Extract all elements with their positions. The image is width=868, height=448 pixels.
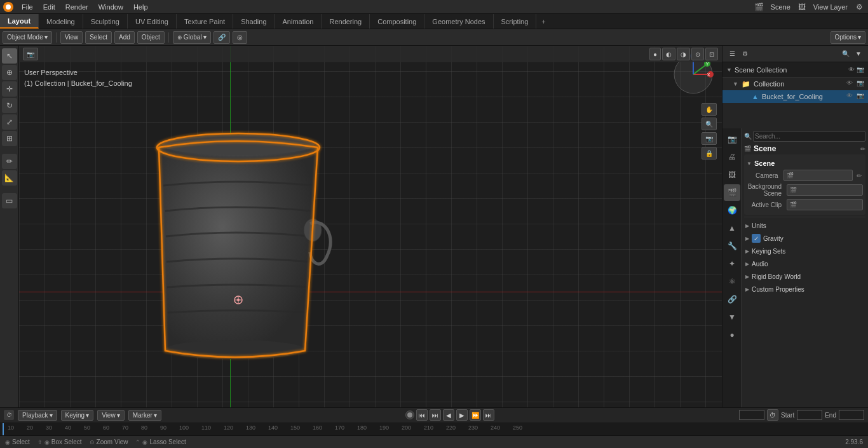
play-reverse-btn[interactable]: ◀ [443, 409, 454, 421]
jump-start-btn[interactable]: ⏮ [416, 409, 428, 421]
object-eye-icon[interactable]: 👁 [846, 92, 855, 101]
tab-sculpting[interactable]: Sculpting [83, 14, 128, 29]
record-btn[interactable] [405, 411, 414, 419]
render-visibility-icon[interactable]: 📷 [857, 66, 864, 73]
object-menu[interactable]: Object [137, 31, 165, 44]
background-scene-value[interactable]: 🎬 [787, 184, 863, 196]
tab-geometry-nodes[interactable]: Geometry Nodes [424, 14, 493, 29]
camera-edit-btn[interactable]: ✏ [855, 172, 863, 179]
prop-view-layer-btn[interactable]: 🖼 [724, 166, 740, 183]
prop-data-btn[interactable]: ▼ [724, 309, 740, 325]
rigid-body-collapsible[interactable]: ▶ Rigid Body World [744, 270, 865, 283]
view-lock-btn[interactable]: 🔒 [702, 147, 717, 160]
options-button[interactable]: Options ▾ [831, 31, 865, 44]
playback-btn[interactable]: Playback ▾ [18, 410, 57, 421]
menu-file[interactable]: File [17, 2, 38, 12]
keying-sets-collapsible[interactable]: ▶ Keying Sets [744, 245, 865, 257]
filter-btn[interactable]: ▼ [853, 48, 864, 60]
tab-layout[interactable]: Layout [0, 14, 39, 29]
collection-eye-icon[interactable]: 👁 [846, 79, 855, 88]
scene-selector[interactable]: 🎬 [753, 1, 766, 13]
viewport-gizmo-toggle[interactable]: 📷 [23, 48, 38, 60]
prop-particles-btn[interactable]: ✦ [724, 255, 740, 272]
prop-constraints-btn[interactable]: 🔗 [724, 291, 740, 308]
tool-transform[interactable]: ⊞ [2, 131, 17, 146]
prop-scene-btn[interactable]: 🎬 [724, 184, 740, 201]
tab-animation[interactable]: Animation [275, 14, 322, 29]
tool-move[interactable]: ✛ [2, 81, 17, 97]
add-menu[interactable]: Add [114, 31, 135, 44]
prop-output-btn[interactable]: 🖨 [724, 149, 740, 165]
scene-subsection-title[interactable]: ▼ Scene [747, 157, 863, 168]
scene-collection-triangle[interactable]: ▼ [726, 67, 732, 73]
prop-context-btn[interactable]: ✏ [860, 146, 865, 153]
viewport-3d[interactable]: 📷 ● ◐ ◑ ⊙ ⊡ User Perspective (1) Collect… [19, 46, 722, 407]
tab-texture-paint[interactable]: Texture Paint [177, 14, 233, 29]
prop-search-input[interactable] [753, 131, 865, 142]
units-collapsible[interactable]: ▶ Units [744, 219, 865, 232]
audio-collapsible[interactable]: ▶ Audio [744, 257, 865, 270]
current-frame-input[interactable]: 1 [739, 410, 764, 420]
mode-selector[interactable]: Object Mode ▾ [3, 31, 52, 44]
view-menu[interactable]: View [60, 31, 83, 44]
menu-help[interactable]: Help [128, 2, 153, 12]
proportional-edit[interactable]: ◎ [233, 31, 247, 44]
tool-measure[interactable]: 📐 [2, 170, 17, 186]
prop-render-btn[interactable]: 📷 [724, 131, 740, 147]
prop-modifiers-btn[interactable]: 🔧 [724, 238, 740, 254]
zoom-view-btn[interactable]: 🔍 [702, 118, 717, 130]
marker-btn[interactable]: Marker ▾ [128, 410, 161, 421]
timeline-type-icon[interactable]: ⏱ [4, 410, 14, 420]
tab-modeling[interactable]: Modeling [39, 14, 83, 29]
viewport-shading-rendered[interactable]: ◑ [677, 48, 690, 60]
frame-step-icon[interactable]: ⏱ [767, 409, 778, 421]
tool-rotate[interactable]: ↻ [2, 98, 17, 113]
view-timeline-btn[interactable]: View ▾ [97, 410, 125, 421]
tab-scripting[interactable]: Scripting [494, 14, 537, 29]
menu-edit[interactable]: Edit [38, 2, 60, 12]
viewport-overlay-btn[interactable]: ⊙ [691, 48, 704, 60]
prop-world-btn[interactable]: 🌍 [724, 202, 740, 219]
viewport-xray-btn[interactable]: ⊡ [705, 48, 718, 60]
search-icon[interactable]: 🔍 [840, 48, 851, 60]
visibility-icon[interactable]: 👁 [848, 66, 855, 73]
gravity-checkbox[interactable]: ✓ [752, 234, 761, 243]
prop-object-btn[interactable]: ▲ [724, 220, 740, 236]
start-frame-input[interactable]: 1 [797, 410, 822, 420]
tool-select[interactable]: ↖ [2, 48, 17, 64]
tab-rendering[interactable]: Rendering [322, 14, 370, 29]
view-layer-icon[interactable]: 🖼 [796, 1, 808, 13]
render-engine-icon[interactable]: ⚙ [853, 1, 865, 13]
tool-annotate[interactable]: ✏ [2, 154, 17, 169]
object-render-icon[interactable]: 📷 [857, 92, 865, 101]
gravity-collapsible[interactable]: ▶ ✓ Gravity [744, 232, 865, 245]
custom-props-collapsible[interactable]: ▶ Custom Properties [744, 283, 865, 295]
play-btn[interactable]: ▶ [456, 409, 468, 421]
prop-physics-btn[interactable]: ⚛ [724, 273, 740, 290]
jump-end-btn[interactable]: ⏭ [483, 409, 494, 421]
tab-compositing[interactable]: Compositing [370, 14, 424, 29]
tool-add-cube[interactable]: ▭ [2, 193, 17, 208]
tab-shading[interactable]: Shading [233, 14, 275, 29]
camera-icon[interactable]: 📷 [23, 48, 38, 60]
tool-cursor[interactable]: ⊕ [2, 65, 17, 80]
tool-scale[interactable]: ⤢ [2, 114, 17, 130]
collection-row[interactable]: ▼ 📁 Collection 👁 📷 [722, 78, 868, 90]
viewport-shading-material[interactable]: ◐ [662, 48, 675, 60]
active-clip-value[interactable]: 🎬 [787, 199, 863, 210]
menu-window[interactable]: Window [93, 2, 128, 12]
viewport-shading-solid[interactable]: ● [649, 48, 661, 60]
end-frame-input[interactable]: 250 [839, 410, 864, 420]
pan-view-btn[interactable]: ✋ [702, 103, 717, 116]
prop-material-btn[interactable]: ● [724, 327, 740, 343]
add-workspace-button[interactable]: + [536, 15, 550, 28]
filter-icon[interactable]: ⚙ [739, 48, 750, 60]
menu-render[interactable]: Render [60, 2, 93, 12]
transform-global[interactable]: ⊕ Global ▾ [173, 31, 211, 44]
bucket-3d-object[interactable] [108, 84, 369, 395]
collection-render-icon[interactable]: 📷 [857, 79, 865, 88]
object-row-bucket[interactable]: ▲ Bucket_for_Cooling 👁 📷 [722, 90, 868, 103]
camera-view-btn[interactable]: 📷 [702, 132, 717, 145]
next-keyframe-btn[interactable]: ⏩ [470, 409, 481, 421]
prev-keyframe-btn[interactable]: ⏭ [430, 409, 441, 421]
